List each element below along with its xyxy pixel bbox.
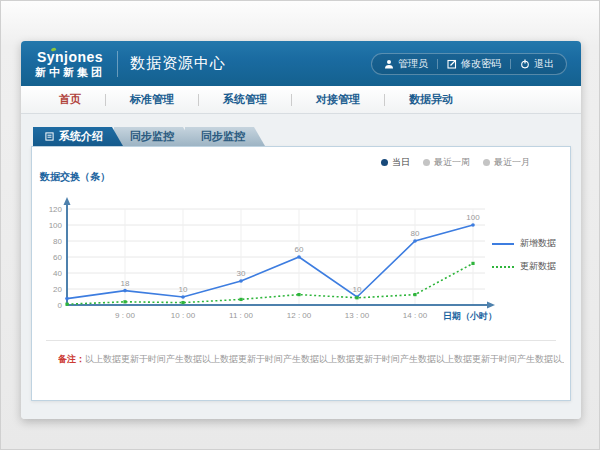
footnote: 备注：以上数据更新于时间产生数据以上数据更新于时间产生数据以上数据更新于时间产生… bbox=[58, 353, 564, 366]
data-point bbox=[181, 295, 185, 299]
legend-item-update-data: 更新数据 bbox=[492, 260, 556, 273]
admin-user-label: 管理员 bbox=[398, 57, 428, 71]
edit-icon bbox=[447, 59, 457, 69]
tab-label: 系统介绍 bbox=[59, 129, 103, 144]
tab-bar: 系统介绍 同步监控 同步监控 bbox=[33, 127, 265, 146]
y-tick-label: 20 bbox=[53, 285, 62, 294]
tab-sync-monitor-1[interactable]: 同步监控 bbox=[114, 127, 194, 146]
legend-dotted-line-icon bbox=[492, 266, 514, 268]
nav-item-system-mgmt[interactable]: 系统管理 bbox=[199, 92, 291, 107]
data-point bbox=[239, 279, 243, 283]
data-point bbox=[181, 301, 184, 304]
data-point bbox=[65, 303, 68, 306]
x-tick-label: 10 : 00 bbox=[171, 311, 196, 320]
radio-option-last-week[interactable]: 最近一周 bbox=[423, 156, 470, 169]
y-tick-label: 60 bbox=[53, 253, 62, 262]
brand-company: 新中新集团 bbox=[35, 67, 105, 78]
app-window: Synjones 新中新集团 数据资源中心 管理员 修改密码 退出 bbox=[21, 41, 581, 419]
data-point bbox=[297, 293, 300, 296]
data-point bbox=[471, 262, 474, 265]
x-axis-arrow-icon bbox=[487, 302, 495, 309]
point-label: 30 bbox=[237, 269, 246, 278]
radio-unselected-icon bbox=[423, 159, 430, 166]
point-label: 10 bbox=[353, 285, 362, 294]
logout-label: 退出 bbox=[534, 57, 554, 71]
x-tick-label: 14 : 00 bbox=[403, 311, 428, 320]
x-axis-title: 日期（小时） bbox=[443, 311, 497, 321]
chart-panel: 当日 最近一周 最近一月 数据交换（条） 0204060801001209 : … bbox=[31, 146, 571, 401]
y-tick-label: 40 bbox=[53, 269, 62, 278]
brand-name: Synjones bbox=[37, 50, 103, 64]
nav-item-interface-mgmt[interactable]: 对接管理 bbox=[292, 92, 384, 107]
data-point bbox=[413, 239, 417, 243]
footnote-prefix: 备注： bbox=[58, 354, 85, 364]
radio-option-last-month[interactable]: 最近一月 bbox=[483, 156, 530, 169]
point-label: 10 bbox=[179, 285, 188, 294]
divider bbox=[46, 340, 556, 341]
data-point bbox=[355, 296, 358, 299]
data-point bbox=[239, 298, 242, 301]
y-axis-title: 数据交换（条） bbox=[40, 170, 110, 184]
x-tick-label: 9 : 00 bbox=[115, 311, 136, 320]
y-tick-label: 80 bbox=[53, 237, 62, 246]
data-point bbox=[297, 255, 301, 259]
nav-item-home[interactable]: 首页 bbox=[35, 92, 105, 107]
x-tick-label: 13 : 00 bbox=[345, 311, 370, 320]
user-menu-separator bbox=[510, 59, 511, 69]
radio-label: 当日 bbox=[392, 156, 410, 169]
y-tick-label: 120 bbox=[49, 205, 63, 214]
change-password-label: 修改密码 bbox=[461, 57, 501, 71]
user-menu-separator bbox=[437, 59, 438, 69]
x-tick-label: 11 : 00 bbox=[229, 311, 253, 320]
legend-solid-line-icon bbox=[492, 243, 514, 245]
x-tick-label: 12 : 00 bbox=[287, 311, 312, 320]
data-point bbox=[123, 289, 127, 293]
nav-item-standard-mgmt[interactable]: 标准管理 bbox=[106, 92, 198, 107]
legend-item-new-data: 新增数据 bbox=[492, 237, 556, 250]
brand-logo: Synjones 新中新集团 bbox=[35, 50, 105, 78]
main-nav: 首页 标准管理 系统管理 对接管理 数据异动 bbox=[21, 86, 581, 114]
user-icon bbox=[384, 59, 394, 69]
header-divider bbox=[117, 51, 118, 77]
content-area: 系统介绍 同步监控 同步监控 当日 最近一周 bbox=[21, 114, 581, 419]
range-filter: 当日 最近一周 最近一月 bbox=[381, 156, 530, 169]
point-label: 18 bbox=[121, 279, 130, 288]
y-tick-label: 0 bbox=[58, 301, 63, 310]
point-label: 100 bbox=[466, 213, 480, 222]
data-point bbox=[471, 223, 475, 227]
chart-legend: 新增数据 更新数据 bbox=[492, 237, 556, 283]
radio-label: 最近一月 bbox=[494, 156, 530, 169]
radio-unselected-icon bbox=[483, 159, 490, 166]
tab-sync-monitor-2[interactable]: 同步监控 bbox=[185, 127, 265, 146]
legend-label: 新增数据 bbox=[520, 237, 556, 250]
radio-option-today[interactable]: 当日 bbox=[381, 156, 410, 169]
page-title: 数据资源中心 bbox=[130, 54, 226, 73]
data-point bbox=[413, 293, 416, 296]
app-header: Synjones 新中新集团 数据资源中心 管理员 修改密码 退出 bbox=[21, 41, 581, 86]
admin-user-button[interactable]: 管理员 bbox=[384, 57, 428, 71]
logout-button[interactable]: 退出 bbox=[520, 57, 554, 71]
legend-label: 更新数据 bbox=[520, 260, 556, 273]
data-point bbox=[65, 297, 69, 301]
point-label: 60 bbox=[295, 245, 304, 254]
tab-system-intro[interactable]: 系统介绍 bbox=[33, 127, 123, 146]
radio-selected-icon bbox=[381, 159, 388, 166]
tab-label: 同步监控 bbox=[201, 129, 245, 144]
desktop-background: Synjones 新中新集团 数据资源中心 管理员 修改密码 退出 bbox=[0, 0, 600, 450]
footnote-text: 以上数据更新于时间产生数据以上数据更新于时间产生数据以上数据更新于时间产生数据以… bbox=[85, 354, 564, 364]
tab-label: 同步监控 bbox=[130, 129, 174, 144]
radio-label: 最近一周 bbox=[434, 156, 470, 169]
point-label: 80 bbox=[411, 229, 420, 238]
user-menu: 管理员 修改密码 退出 bbox=[371, 53, 567, 75]
change-password-button[interactable]: 修改密码 bbox=[447, 57, 501, 71]
power-icon bbox=[520, 59, 530, 69]
y-axis-arrow-icon bbox=[64, 197, 71, 205]
line-chart: 0204060801001209 : 0010 : 0011 : 0012 : … bbox=[37, 195, 507, 327]
data-point bbox=[123, 300, 126, 303]
nav-item-data-change[interactable]: 数据异动 bbox=[385, 92, 477, 107]
document-icon bbox=[45, 132, 54, 141]
y-tick-label: 100 bbox=[49, 221, 63, 230]
